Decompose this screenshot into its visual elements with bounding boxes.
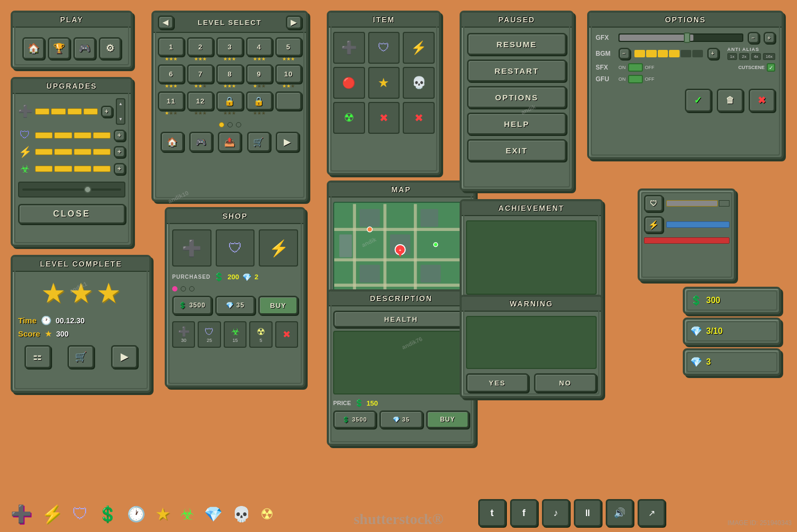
shop-small-1[interactable]: ➕ 30 <box>172 321 195 348</box>
level-select-prev[interactable]: ◀ <box>158 15 174 29</box>
social-twitter[interactable]: t <box>478 499 506 527</box>
level-4-btn[interactable]: 4 <box>246 37 273 56</box>
sfx-toggle[interactable] <box>628 63 643 72</box>
social-sound[interactable]: 🔊 <box>606 499 633 527</box>
item-7[interactable]: ☢ <box>333 102 365 134</box>
resume-btn[interactable]: RESUME <box>467 33 566 55</box>
level-5-btn[interactable]: 5 <box>275 37 302 56</box>
upgrade-add-4[interactable]: + <box>114 163 125 175</box>
upgrade-icon-4: ☣ <box>18 162 32 175</box>
stats-shield-icon: 🛡 <box>644 195 663 212</box>
item-5[interactable]: ★ <box>368 67 400 99</box>
purchased-money: 200 <box>227 273 239 281</box>
level-nav-controller[interactable]: 🎮 <box>189 132 213 152</box>
shop-item-3[interactable]: ⚡ <box>259 229 298 267</box>
svg-rect-7 <box>360 209 380 227</box>
restart-btn[interactable]: RESTART <box>467 59 566 82</box>
play-home-btn[interactable]: 🏠 <box>22 37 45 59</box>
level-nav-upload[interactable]: 📤 <box>218 132 241 152</box>
gfu-toggle[interactable] <box>628 75 643 83</box>
level-select-next[interactable]: ▶ <box>286 15 302 29</box>
level-select-panel: ◀ LEVEL SELECT ▶ 1 ★★★ 2 ★★★ 3 ★★★ 4 ★★★… <box>151 11 308 202</box>
upgrade-add-1[interactable]: + <box>101 106 113 117</box>
shop-small-3[interactable]: ☣ 15 <box>224 321 247 348</box>
level-nav-shop[interactable]: 🛒 <box>247 132 270 152</box>
options-close-btn[interactable]: ✖ <box>749 89 775 112</box>
gfu-on-label: ON <box>618 76 626 82</box>
item-8[interactable]: ✖ <box>368 102 400 134</box>
item-2[interactable]: 🛡 <box>368 32 400 64</box>
item-1[interactable]: ➕ <box>333 32 365 64</box>
description-buy-money[interactable]: 💲3500 <box>333 410 376 428</box>
play-title: PLAY <box>13 13 131 28</box>
level-7-btn[interactable]: 7 <box>187 64 214 83</box>
description-buy-gems[interactable]: 💎35 <box>379 410 422 428</box>
level-nav-home[interactable]: 🏠 <box>160 132 184 152</box>
level-complete-shop-btn[interactable]: 🛒 <box>67 345 94 368</box>
gfx-plus[interactable]: + <box>764 32 775 44</box>
page-dot-3[interactable] <box>236 122 241 127</box>
shop-buy-btn[interactable]: BUY <box>258 296 298 315</box>
options-confirm-btn[interactable]: ✓ <box>685 89 711 112</box>
paused-title: PAUSED <box>462 13 572 28</box>
antialias-4x[interactable]: 4x <box>751 53 761 60</box>
level-complete-menu-btn[interactable]: ⚏ <box>24 345 51 368</box>
bgm-minus[interactable]: − <box>618 48 630 59</box>
sfx-on-label: ON <box>618 65 626 70</box>
antialias-16x[interactable]: 16x <box>763 53 775 60</box>
shop-item-2[interactable]: 🛡 <box>216 229 255 267</box>
page-dot-2[interactable] <box>227 122 233 127</box>
description-price-money: 150 <box>367 399 378 407</box>
warning-no-btn[interactable]: NO <box>534 373 597 392</box>
shop-price-money[interactable]: 💲3500 <box>172 296 212 315</box>
play-trophy-btn[interactable]: 🏆 <box>48 37 70 59</box>
page-dot-1[interactable] <box>219 122 224 127</box>
shop-price-gems[interactable]: 💎35 <box>215 296 255 315</box>
shop-item-1[interactable]: ➕ <box>172 229 211 267</box>
social-share[interactable]: ↗ <box>638 499 665 527</box>
description-buy-btn[interactable]: BUY <box>426 410 469 428</box>
shop-small-2[interactable]: 🛡 25 <box>198 321 221 348</box>
level-1-btn[interactable]: 1 <box>158 37 184 56</box>
social-facebook[interactable]: f <box>510 499 538 527</box>
level-12-btn[interactable]: 12 <box>187 91 214 110</box>
exit-btn[interactable]: EXIT <box>467 139 566 161</box>
gfx-minus[interactable]: − <box>748 32 759 44</box>
options-btn[interactable]: OPTIONS <box>467 86 566 108</box>
level-2-btn[interactable]: 2 <box>187 37 214 56</box>
level-9-btn[interactable]: 9 <box>246 64 273 83</box>
sfx-label: SFX <box>596 64 614 71</box>
level-3-btn[interactable]: 3 <box>216 37 243 56</box>
options-delete-btn[interactable]: 🗑 <box>717 89 743 112</box>
cutscene-toggle[interactable]: ✓ <box>767 63 775 72</box>
icon-skull: 💀 <box>232 505 251 523</box>
play-controller-btn[interactable]: 🎮 <box>73 37 96 59</box>
warning-yes-btn[interactable]: YES <box>466 373 529 392</box>
shop-small-4[interactable]: ☢ 5 <box>249 321 272 348</box>
play-settings-btn[interactable]: ⚙ <box>99 37 121 59</box>
level-8-btn[interactable]: 8 <box>216 64 243 83</box>
level-10-btn[interactable]: 10 <box>275 64 302 83</box>
level-6-btn[interactable]: 6 <box>158 64 184 83</box>
shop-small-5[interactable]: ✖ <box>275 321 298 348</box>
time-value: 00.12.30 <box>56 316 85 325</box>
bgm-plus[interactable]: + <box>707 48 719 59</box>
item-6[interactable]: 💀 <box>403 67 435 99</box>
icon-shield: 🛡 <box>72 505 88 523</box>
item-3[interactable]: ⚡ <box>403 32 435 64</box>
item-9[interactable]: ✖ <box>403 102 435 134</box>
social-music[interactable]: ♪ <box>542 499 570 527</box>
level-complete-play-btn[interactable]: ▶ <box>111 345 138 368</box>
upgrade-add-2[interactable]: + <box>114 130 125 141</box>
item-4[interactable]: 🔴 <box>333 67 365 99</box>
level-nav-play[interactable]: ▶ <box>276 132 299 152</box>
description-panel: DESCRIPTION HEALTH PRICE 💲 150 💲3500 💎35… <box>327 289 476 446</box>
level-11-btn[interactable]: 11 <box>158 91 184 110</box>
antialias-2x: 2x <box>739 53 749 60</box>
close-button[interactable]: CLOSE <box>18 204 125 224</box>
shop-dot-2 <box>181 286 186 291</box>
social-pause[interactable]: ⏸ <box>574 499 601 527</box>
upgrade-add-3[interactable]: + <box>114 146 125 158</box>
help-btn[interactable]: HELP <box>467 113 566 135</box>
star-2: ★ <box>69 277 94 309</box>
